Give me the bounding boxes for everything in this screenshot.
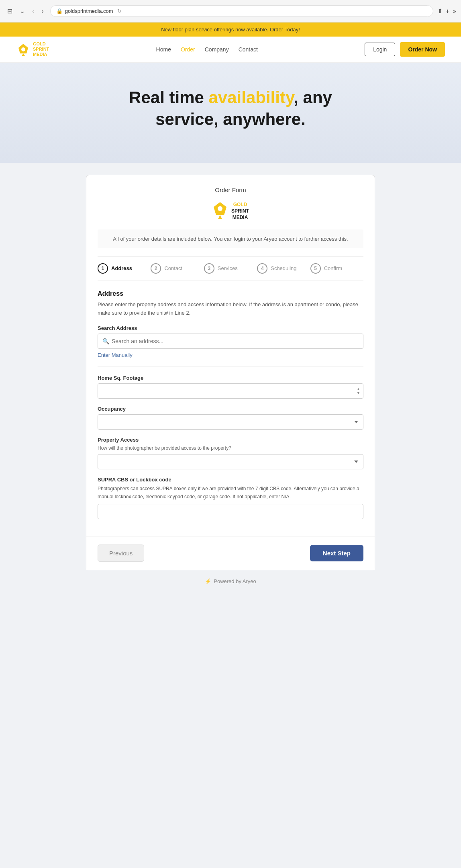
- occupancy-label: Occupancy: [98, 406, 363, 412]
- svg-marker-5: [218, 215, 222, 219]
- spinner-down[interactable]: ▼: [357, 391, 360, 395]
- order-logo-icon: [212, 201, 228, 221]
- order-card: Order Form GOLD SPRINT MEDIA All of your…: [86, 175, 375, 570]
- nav-actions: Login Order Now: [365, 42, 445, 57]
- step-2-label: Contact: [164, 265, 182, 271]
- powered-by: ⚡ Powered by Aryeo: [86, 570, 375, 592]
- forward-button[interactable]: ›: [39, 6, 46, 16]
- nav-company[interactable]: Company: [205, 46, 229, 53]
- search-address-input[interactable]: [98, 334, 363, 349]
- property-access-sub: How will the photographer be provided ac…: [98, 445, 363, 451]
- spinner-up[interactable]: ▲: [357, 387, 360, 391]
- lock-icon: 🔒: [56, 8, 63, 14]
- step-3-circle: 3: [204, 263, 214, 274]
- step-1-label: Address: [111, 265, 132, 271]
- order-form-title: Order Form: [98, 186, 363, 193]
- step-1-circle: 1: [98, 263, 108, 274]
- logo-icon: [16, 42, 31, 57]
- supra-label: SUPRA CBS or Lockbox code: [98, 477, 363, 483]
- hero-heading: Real time availability, any service, any…: [8, 87, 453, 131]
- announcement-text: New floor plan service offerings now ava…: [161, 27, 300, 33]
- share-button[interactable]: ⬆: [437, 7, 443, 15]
- property-access-select[interactable]: Lockbox Agent Present SUPRA Box Electron…: [98, 454, 363, 469]
- search-input-wrapper: 🔍: [98, 334, 363, 349]
- sq-footage-group: Home Sq. Footage ▲ ▼: [98, 375, 363, 399]
- property-access-group: Property Access How will the photographe…: [98, 437, 363, 469]
- lightning-icon: ⚡: [205, 578, 211, 584]
- property-access-label: Property Access: [98, 437, 363, 443]
- sq-footage-wrapper: ▲ ▼: [98, 383, 363, 399]
- supra-group: SUPRA CBS or Lockbox code Photographers …: [98, 477, 363, 519]
- address-section-title: Address: [98, 290, 363, 297]
- hero-line1-start: Real time: [129, 88, 208, 107]
- occupancy-group: Occupancy Occupied Vacant: [98, 406, 363, 430]
- next-step-button[interactable]: Next Step: [310, 545, 363, 561]
- step-address: 1 Address: [98, 263, 151, 274]
- step-contact[interactable]: 2 Contact: [151, 263, 204, 274]
- order-logo-text: GOLD SPRINT MEDIA: [231, 202, 249, 221]
- new-tab-button[interactable]: +: [446, 7, 449, 15]
- login-button[interactable]: Login: [365, 43, 395, 56]
- hero-highlight: availability: [209, 88, 294, 107]
- hero-line2: service, anywhere.: [155, 110, 306, 129]
- nav-order[interactable]: Order: [181, 46, 195, 53]
- sq-footage-label: Home Sq. Footage: [98, 375, 363, 381]
- svg-point-1: [21, 47, 25, 51]
- step-2-circle: 2: [151, 263, 161, 274]
- svg-point-4: [218, 206, 222, 211]
- previous-button[interactable]: Previous: [98, 545, 144, 562]
- logo: GOLD SPRINT MEDIA: [16, 41, 49, 57]
- bottom-nav: Previous Next Step: [86, 536, 375, 570]
- order-description: All of your order details are included b…: [98, 229, 363, 248]
- search-address-group: Search Address 🔍 Enter Manually: [98, 325, 363, 358]
- step-scheduling[interactable]: 4 Scheduling: [257, 263, 310, 274]
- search-icon: 🔍: [102, 338, 109, 344]
- spinner-arrows: ▲ ▼: [357, 387, 360, 395]
- supra-desc: Photographers can access SUPRA boxes onl…: [98, 485, 363, 500]
- enter-manually-link[interactable]: Enter Manually: [98, 352, 133, 358]
- reload-icon: ↻: [117, 8, 122, 14]
- occupancy-select[interactable]: Occupied Vacant: [98, 414, 363, 430]
- main-content: Order Form GOLD SPRINT MEDIA All of your…: [78, 163, 383, 616]
- order-now-button[interactable]: Order Now: [400, 42, 445, 57]
- steps-bar: 1 Address 2 Contact 3 Services 4: [98, 256, 363, 280]
- address-section: Address Please enter the property addres…: [98, 280, 363, 536]
- powered-by-text: Powered by Aryeo: [214, 578, 256, 584]
- search-address-label: Search Address: [98, 325, 363, 331]
- step-4-circle: 4: [257, 263, 267, 274]
- url-bar-actions: ⬆ + »: [437, 7, 456, 15]
- chevron-down-icon[interactable]: ⌄: [17, 6, 27, 16]
- step-5-label: Confirm: [324, 265, 343, 271]
- url-text: goldsprintmedia.com: [65, 8, 113, 14]
- browser-chrome: ⊞ ⌄ ‹ › 🔒 goldsprintmedia.com ↻ ⬆ + »: [0, 0, 461, 23]
- more-tabs-button[interactable]: »: [453, 7, 456, 15]
- hero-section: Real time availability, any service, any…: [0, 63, 461, 163]
- step-5-circle: 5: [310, 263, 321, 274]
- nav-home[interactable]: Home: [156, 46, 171, 53]
- step-3-label: Services: [218, 265, 238, 271]
- supra-input[interactable]: [98, 504, 363, 519]
- site-header: GOLD SPRINT MEDIA Home Order Company Con…: [0, 37, 461, 63]
- step-services[interactable]: 3 Services: [204, 263, 257, 274]
- browser-controls: ⊞ ⌄ ‹ ›: [5, 6, 46, 16]
- address-section-desc: Please enter the property address and ac…: [98, 301, 363, 317]
- nav-links: Home Order Company Contact: [156, 46, 258, 53]
- back-button[interactable]: ‹: [30, 6, 37, 16]
- announcement-bar: New floor plan service offerings now ava…: [0, 23, 461, 37]
- svg-marker-2: [22, 53, 25, 56]
- step-4-label: Scheduling: [271, 265, 296, 271]
- order-logo: GOLD SPRINT MEDIA: [98, 201, 363, 223]
- nav-contact[interactable]: Contact: [239, 46, 258, 53]
- sidebar-toggle-button[interactable]: ⊞: [5, 6, 15, 16]
- url-bar[interactable]: 🔒 goldsprintmedia.com ↻: [50, 5, 433, 17]
- logo-text: GOLD SPRINT MEDIA: [33, 41, 49, 57]
- sq-footage-input[interactable]: [98, 383, 363, 399]
- hero-line1-end: , any: [294, 88, 332, 107]
- step-confirm[interactable]: 5 Confirm: [310, 263, 363, 274]
